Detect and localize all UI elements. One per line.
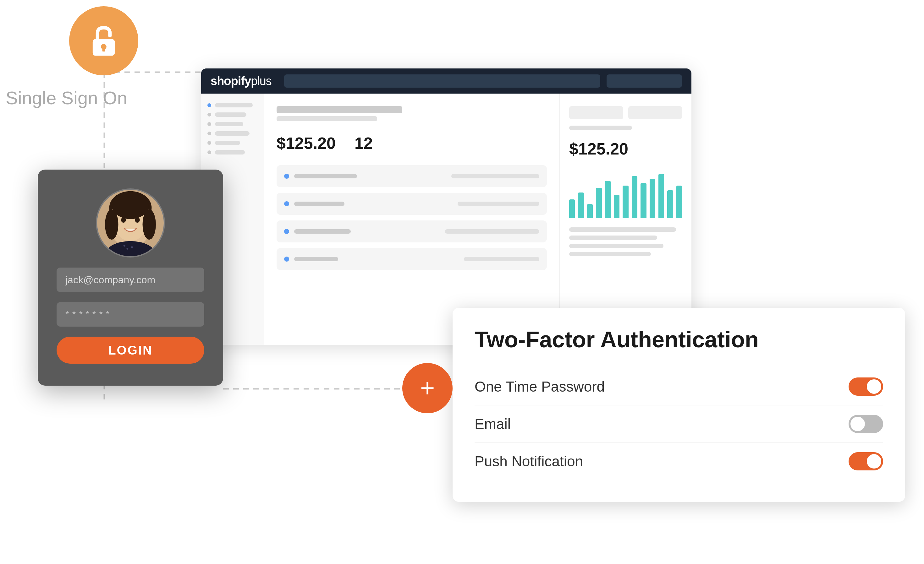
svg-point-19 — [123, 245, 125, 247]
toggle-knob — [867, 454, 881, 468]
list-line2 — [458, 202, 539, 206]
tfa-title: Two-Factor Authentication — [475, 326, 883, 352]
sidebar-line — [215, 150, 245, 154]
sidebar-dot — [207, 150, 211, 154]
right-btn-1 — [569, 106, 623, 119]
sidebar-item — [207, 131, 258, 136]
chart-bar — [640, 183, 646, 218]
main-header-line — [277, 106, 402, 113]
toggle-knob — [867, 379, 881, 394]
lock-icon — [86, 24, 121, 58]
tfa-card: Two-Factor Authentication One Time Passw… — [453, 308, 905, 502]
sidebar-dot — [207, 132, 211, 135]
sidebar-line — [215, 112, 246, 117]
stat-value-2: 12 — [354, 134, 373, 153]
tfa-row-label: Email — [475, 416, 511, 432]
svg-point-18 — [131, 246, 133, 248]
avatar-image — [97, 188, 164, 257]
stats-row: $125.20 12 — [277, 134, 547, 153]
dashboard-right-panel: $125.20 — [560, 94, 692, 345]
list-item — [277, 193, 547, 215]
toggle-switch[interactable] — [849, 452, 883, 470]
chart-bar — [676, 186, 682, 218]
list-item — [277, 248, 547, 270]
tfa-row: Push Notification — [475, 443, 883, 480]
toggle-switch[interactable] — [849, 415, 883, 433]
right-label-line — [569, 126, 632, 130]
chart-bar — [587, 204, 593, 218]
right-line — [569, 252, 651, 256]
stat-value-1: $125.20 — [277, 134, 336, 153]
sidebar-dot-active — [207, 103, 211, 107]
sidebar-item — [207, 112, 258, 117]
password-input[interactable] — [57, 302, 204, 326]
plus-circle: + — [402, 363, 453, 413]
sidebar-item — [207, 150, 258, 154]
email-input[interactable] — [57, 268, 204, 292]
shopify-logo: shopifyplus — [211, 75, 272, 88]
chart-bar — [605, 181, 610, 218]
sidebar-item — [207, 141, 258, 145]
chart-bar — [596, 188, 602, 218]
right-line — [569, 227, 676, 232]
toggle-knob — [850, 417, 865, 431]
sso-label: Single Sign On — [6, 87, 127, 108]
scene: Single Sign On shopifyplus — [0, 0, 924, 564]
list-item — [277, 165, 547, 187]
right-btn-2 — [628, 106, 682, 119]
list-line — [294, 174, 357, 178]
sidebar-line — [215, 141, 240, 145]
chart-bar — [614, 195, 620, 218]
list-dot — [284, 257, 289, 262]
login-button[interactable]: LOGIN — [57, 337, 204, 364]
list-line — [294, 202, 345, 206]
svg-rect-6 — [102, 47, 105, 51]
list-line2 — [445, 229, 539, 233]
list-dot — [284, 201, 289, 206]
tfa-row: One Time Password — [475, 368, 883, 405]
dashboard-topbar: shopifyplus — [201, 69, 692, 94]
right-panel-btns — [569, 106, 682, 119]
list-line2 — [452, 174, 539, 178]
svg-point-17 — [126, 248, 128, 250]
chart-bar — [569, 199, 575, 218]
list-line2 — [464, 257, 539, 261]
list-dot — [284, 174, 289, 179]
right-info-lines — [569, 227, 682, 256]
chart-bar — [632, 176, 638, 218]
dashboard-list — [277, 165, 547, 270]
sidebar-dot — [207, 113, 211, 117]
tfa-row-label: One Time Password — [475, 378, 604, 395]
lock-icon-circle — [69, 6, 138, 75]
chart-bar — [658, 174, 664, 218]
dashboard-main: $125.20 12 — [264, 94, 560, 345]
sidebar-line — [215, 122, 243, 126]
bar-chart — [569, 168, 682, 218]
chart-bar — [650, 179, 655, 218]
topbar-action-btn — [607, 75, 682, 88]
tfa-row-label: Push Notification — [475, 453, 583, 470]
sidebar-dot — [207, 141, 211, 145]
login-card: LOGIN — [38, 170, 223, 386]
topbar-search-bar — [284, 75, 600, 88]
sidebar-line — [215, 103, 253, 108]
svg-point-15 — [135, 217, 140, 223]
list-item — [277, 220, 547, 242]
right-line — [569, 244, 663, 248]
tfa-rows: One Time PasswordEmailPush Notification — [475, 368, 883, 480]
list-line — [294, 229, 351, 233]
sidebar-line — [215, 131, 249, 136]
sidebar-item — [207, 103, 258, 108]
right-line — [569, 235, 657, 240]
list-line — [294, 257, 338, 261]
svg-point-13 — [112, 194, 148, 219]
list-dot — [284, 229, 289, 234]
toggle-switch[interactable] — [849, 377, 883, 396]
chart-bar — [578, 193, 584, 218]
chart-bar — [667, 190, 673, 218]
dashboard-body: $125.20 12 — [201, 94, 692, 345]
right-stat-value: $125.20 — [569, 139, 682, 158]
avatar — [96, 188, 165, 257]
svg-point-14 — [121, 217, 126, 223]
sidebar-item — [207, 122, 258, 126]
